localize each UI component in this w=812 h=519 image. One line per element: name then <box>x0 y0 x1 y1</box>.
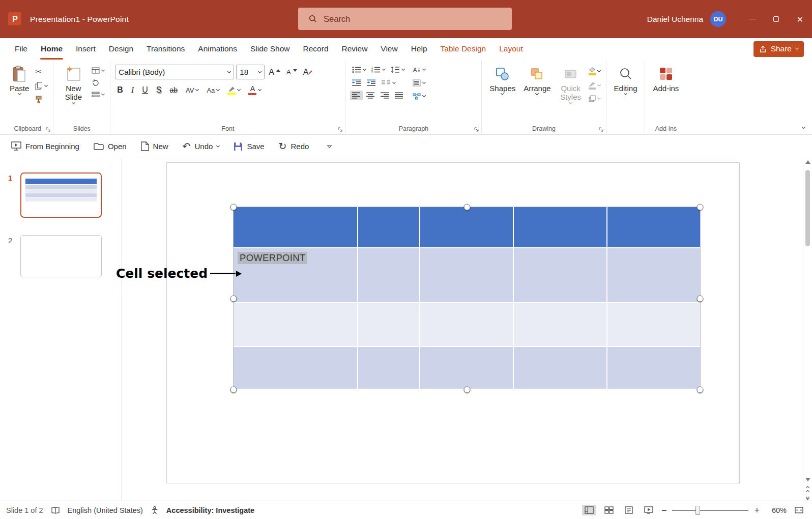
tab-home[interactable]: Home <box>34 38 69 60</box>
italic-button[interactable]: I <box>129 84 136 96</box>
table-cell[interactable] <box>607 207 700 247</box>
strikethrough-button[interactable]: ab <box>167 85 180 95</box>
normal-view-button[interactable] <box>582 505 596 515</box>
arrange-button[interactable]: Arrange <box>519 63 555 97</box>
align-text-button[interactable] <box>411 78 427 88</box>
bold-button[interactable]: B <box>115 84 125 96</box>
minimize-button[interactable] <box>740 0 764 38</box>
tab-record[interactable]: Record <box>297 38 335 60</box>
save-button[interactable]: Save <box>234 142 264 151</box>
table-cell-selected[interactable]: POWERPOINT <box>234 248 358 302</box>
from-beginning-button[interactable]: From Beginning <box>11 141 79 151</box>
align-left-button[interactable] <box>350 91 363 100</box>
tab-slide-show[interactable]: Slide Show <box>244 38 297 60</box>
new-slide-button[interactable]: New Slide <box>57 63 90 106</box>
selection-handle[interactable] <box>230 295 237 302</box>
convert-to-smartart-button[interactable] <box>411 91 427 101</box>
shapes-button[interactable]: Shapes <box>485 63 519 97</box>
close-button[interactable]: × <box>788 0 812 38</box>
addins-button[interactable]: Add-ins <box>649 63 683 95</box>
fit-slide-to-window-button[interactable] <box>792 505 806 515</box>
highlight-color-button[interactable] <box>225 84 242 96</box>
table-cell[interactable] <box>420 248 514 302</box>
tab-insert[interactable]: Insert <box>69 38 102 60</box>
cut-button[interactable]: ✂ <box>33 66 49 78</box>
table[interactable]: POWERPOINT <box>234 207 700 390</box>
slide-2-thumbnail[interactable] <box>20 235 102 277</box>
line-spacing-button[interactable] <box>389 65 407 75</box>
slide-sorter-view-button[interactable] <box>602 505 616 515</box>
character-spacing-button[interactable]: AV <box>184 85 200 95</box>
table-cell[interactable] <box>358 248 420 302</box>
tab-table-design[interactable]: Table Design <box>434 38 493 60</box>
selection-handle[interactable] <box>697 387 704 393</box>
tab-file[interactable]: File <box>8 38 34 60</box>
justify-button[interactable] <box>393 91 405 100</box>
bullets-button[interactable] <box>350 65 368 75</box>
accessibility-status[interactable]: Accessibility: Investigate <box>166 506 254 514</box>
maximize-button[interactable] <box>764 0 788 38</box>
table-cell[interactable] <box>420 207 514 247</box>
text-direction-button[interactable]: A <box>411 65 427 75</box>
zoom-in-button[interactable]: + <box>754 506 760 515</box>
scroll-down-arrow-icon[interactable] <box>805 478 810 481</box>
clipboard-dialog-launcher[interactable] <box>46 127 50 132</box>
table-cell[interactable] <box>358 207 420 247</box>
slide-show-view-button[interactable] <box>642 505 656 515</box>
text-shadow-button[interactable]: S <box>154 84 164 96</box>
change-case-button[interactable]: Aa <box>205 85 221 95</box>
tab-design[interactable]: Design <box>102 38 140 60</box>
table-cell[interactable] <box>234 347 358 389</box>
scroll-up-arrow-icon[interactable] <box>805 160 810 164</box>
proofing-book-icon[interactable] <box>51 507 60 514</box>
scrollbar-thumb[interactable] <box>805 170 810 246</box>
selection-handle[interactable] <box>463 204 470 211</box>
share-button[interactable]: Share <box>753 41 804 57</box>
previous-slide-button[interactable] <box>806 485 809 493</box>
copy-button[interactable] <box>33 80 49 92</box>
slide-layout-button[interactable] <box>90 66 106 75</box>
font-name-combo[interactable]: Calibri (Body) <box>115 65 234 79</box>
section-button[interactable] <box>90 90 106 99</box>
zoom-out-button[interactable]: − <box>661 506 667 515</box>
tab-animations[interactable]: Animations <box>191 38 244 60</box>
reset-slide-button[interactable] <box>90 78 106 88</box>
selection-handle[interactable] <box>463 387 470 393</box>
paste-button[interactable]: Paste <box>6 63 33 97</box>
table-cell[interactable] <box>420 303 514 346</box>
table-cell[interactable] <box>514 248 607 302</box>
table-cell[interactable] <box>607 347 700 389</box>
selection-handle[interactable] <box>230 387 237 393</box>
reading-view-button[interactable] <box>622 505 636 515</box>
customize-toolbar-button[interactable] <box>327 145 332 148</box>
redo-button[interactable]: ↻ Redo <box>279 141 309 151</box>
align-center-button[interactable] <box>364 91 377 100</box>
slide-1-thumbnail[interactable] <box>20 172 102 218</box>
avatar[interactable]: DU <box>710 11 726 27</box>
scrollbar-track[interactable] <box>803 164 812 478</box>
format-painter-button[interactable] <box>33 94 49 105</box>
language-status[interactable]: English (United States) <box>68 506 143 514</box>
selection-handle[interactable] <box>697 295 704 302</box>
decrease-indent-button[interactable] <box>350 78 363 88</box>
shape-effects-button[interactable] <box>587 94 602 104</box>
table-cell[interactable] <box>358 347 420 389</box>
increase-font-size-button[interactable]: A <box>267 67 282 78</box>
collapse-ribbon-button[interactable] <box>802 121 805 130</box>
zoom-slider[interactable] <box>672 510 748 511</box>
editing-button[interactable]: Editing <box>610 63 642 97</box>
slide-canvas[interactable]: POWERPOINT <box>166 162 740 483</box>
shape-outline-button[interactable] <box>587 79 602 91</box>
undo-button[interactable]: ↶ Undo <box>183 141 220 151</box>
table-cell[interactable] <box>358 303 420 346</box>
table-cell[interactable] <box>234 303 358 346</box>
table-cell[interactable] <box>234 207 358 247</box>
tab-transitions[interactable]: Transitions <box>140 38 191 60</box>
font-dialog-launcher[interactable] <box>338 127 342 132</box>
table-cell[interactable] <box>514 207 607 247</box>
clear-formatting-button[interactable]: A <box>301 67 315 78</box>
table-cell[interactable] <box>514 347 607 389</box>
numbering-button[interactable]: 123 <box>369 65 387 75</box>
quick-styles-button[interactable]: Quick Styles <box>555 63 587 106</box>
shape-fill-button[interactable] <box>587 66 602 77</box>
